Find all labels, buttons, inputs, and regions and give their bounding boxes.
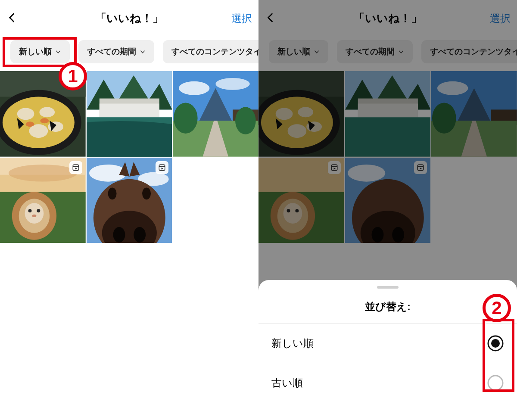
sheet-title: 並び替え: bbox=[258, 300, 517, 324]
chevron-left-icon bbox=[6, 12, 18, 23]
filter-period[interactable]: すべての期間 bbox=[78, 40, 154, 63]
svg-point-47 bbox=[134, 227, 146, 243]
grid-tile[interactable] bbox=[87, 71, 172, 157]
svg-point-25 bbox=[174, 103, 198, 134]
svg-point-29 bbox=[9, 165, 77, 182]
svg-marker-40 bbox=[75, 168, 77, 170]
svg-point-49 bbox=[142, 187, 151, 199]
reel-icon bbox=[158, 164, 166, 171]
callout-box-2 bbox=[483, 319, 514, 392]
callout-circle-2: 2 bbox=[483, 294, 511, 322]
svg-point-20 bbox=[216, 78, 250, 90]
sort-option-newest[interactable]: 新しい順 bbox=[258, 324, 517, 363]
svg-point-35 bbox=[28, 209, 32, 212]
svg-rect-38 bbox=[73, 165, 79, 171]
pane-left: 「いいね！」 選択 新しい順 すべての期間 すべてのコンテンツタイプ bbox=[0, 0, 258, 420]
sort-option-oldest[interactable]: 古い順 bbox=[258, 363, 517, 403]
select-button[interactable]: 選択 bbox=[231, 12, 252, 25]
reel-badge bbox=[69, 161, 82, 174]
back-button[interactable] bbox=[6, 12, 18, 25]
grid-tile[interactable] bbox=[173, 71, 258, 157]
pane-right: 「いいね！」 選択 新しい順 すべての期間 すべてのコンテンツタイプ bbox=[258, 0, 517, 420]
page-title: 「いいね！」 bbox=[95, 11, 164, 26]
svg-point-34 bbox=[25, 203, 44, 224]
sort-option-label: 新しい順 bbox=[271, 336, 314, 350]
svg-point-46 bbox=[113, 227, 125, 243]
sheet-handle[interactable] bbox=[377, 286, 399, 289]
filter-period-label: すべての期間 bbox=[87, 46, 136, 57]
reel-badge bbox=[156, 161, 168, 174]
svg-point-4 bbox=[17, 108, 34, 120]
sort-option-label: 古い順 bbox=[271, 376, 303, 390]
filter-content-type-label: すべてのコンテンツタイプ bbox=[171, 46, 258, 57]
svg-point-8 bbox=[26, 121, 34, 127]
svg-point-9 bbox=[40, 118, 49, 123]
sort-sheet: 並び替え: 新しい順 古い順 bbox=[258, 280, 517, 420]
waterfall-image bbox=[87, 71, 172, 157]
photo-grid bbox=[0, 71, 258, 243]
svg-point-26 bbox=[235, 107, 256, 134]
svg-rect-50 bbox=[159, 165, 165, 171]
mountain-path-image bbox=[173, 71, 258, 157]
svg-point-36 bbox=[37, 209, 40, 212]
chevron-down-icon bbox=[140, 49, 146, 55]
svg-point-3 bbox=[3, 97, 75, 148]
svg-point-19 bbox=[179, 81, 210, 95]
reel-icon bbox=[72, 164, 80, 171]
svg-point-48 bbox=[108, 187, 116, 199]
grid-tile[interactable] bbox=[87, 158, 172, 243]
svg-marker-52 bbox=[162, 168, 164, 170]
header: 「いいね！」 選択 bbox=[0, 0, 258, 37]
svg-rect-15 bbox=[99, 103, 159, 117]
svg-point-5 bbox=[39, 107, 55, 117]
filter-content-type[interactable]: すべてのコンテンツタイプ bbox=[163, 40, 258, 63]
callout-circle-1: 1 bbox=[59, 62, 87, 90]
svg-point-37 bbox=[32, 215, 36, 217]
grid-tile[interactable] bbox=[0, 158, 86, 243]
callout-box-1 bbox=[3, 37, 77, 67]
